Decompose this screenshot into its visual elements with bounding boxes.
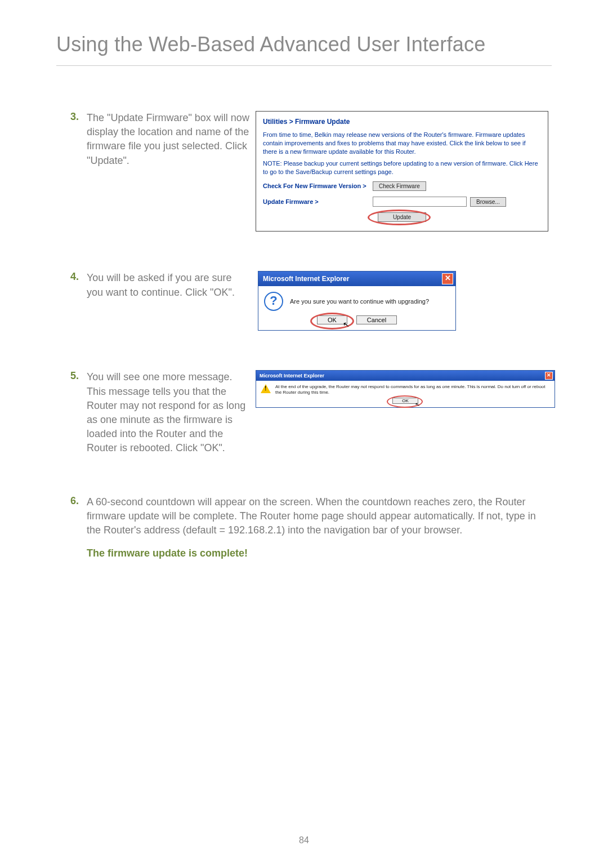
firmware-path-input[interactable] [373, 197, 467, 207]
update-firmware-row: Update Firmware > Browse... [263, 197, 541, 207]
step-figure: Microsoft Internet Explorer ✕ At the end… [256, 370, 555, 407]
dialog-message: At the end of the upgrade, the Router ma… [275, 384, 550, 395]
document-page: Using the Web-Based Advanced User Interf… [0, 0, 608, 868]
step-text: A 60-second countdown will appear on the… [87, 495, 552, 538]
step-figure: Microsoft Internet Explorer ✕ ? Are you … [256, 271, 552, 331]
step-5: 5. You will see one more message. This m… [56, 370, 552, 455]
cancel-button[interactable]: Cancel [356, 315, 397, 324]
close-icon[interactable]: ✕ [545, 372, 553, 380]
firmware-update-panel: Utilities > Firmware Update From time to… [256, 111, 548, 232]
panel-title: Utilities > Firmware Update [263, 117, 541, 126]
title-rule [56, 65, 552, 66]
question-icon: ? [264, 292, 283, 311]
browse-button[interactable]: Browse... [470, 197, 506, 207]
step-number: 4. [56, 271, 87, 283]
step-text: You will see one more message. This mess… [87, 370, 256, 455]
step-text: You will be asked if you are sure you wa… [87, 271, 256, 299]
dialog-title: Microsoft Internet Explorer [260, 373, 324, 379]
completion-message: The firmware update is complete! [87, 547, 552, 559]
panel-note-text: NOTE: Please backup your current setting… [263, 159, 541, 176]
confirm-dialog: Microsoft Internet Explorer ✕ ? Are you … [258, 271, 456, 331]
panel-intro-text: From time to time, Belkin may release ne… [263, 131, 541, 156]
step-text: The "Update Firmware" box will now displ… [87, 111, 256, 168]
dialog-title: Microsoft Internet Explorer [263, 275, 349, 283]
update-firmware-label: Update Firmware > [263, 198, 373, 206]
step-4: 4. You will be asked if you are sure you… [56, 271, 552, 331]
update-button[interactable]: Update [378, 212, 426, 222]
step-figure: Utilities > Firmware Update From time to… [256, 111, 552, 232]
dialog-buttons: OK ↖ [256, 397, 555, 407]
page-number: 84 [0, 835, 608, 845]
close-icon[interactable]: ✕ [442, 273, 453, 284]
cursor-icon: ↖ [414, 400, 420, 407]
cursor-icon: ↖ [342, 319, 351, 330]
dialog-body: ? Are you sure you want to continue with… [258, 286, 455, 314]
dialog-titlebar: Microsoft Internet Explorer ✕ [256, 371, 555, 381]
warning-dialog: Microsoft Internet Explorer ✕ At the end… [256, 370, 555, 407]
dialog-titlebar: Microsoft Internet Explorer ✕ [258, 271, 455, 286]
dialog-body: At the end of the upgrade, the Router ma… [256, 381, 555, 396]
step-3: 3. The "Update Firmware" box will now di… [56, 111, 552, 232]
check-firmware-label: Check For New Firmware Version > [263, 182, 373, 190]
check-firmware-row: Check For New Firmware Version > Check F… [263, 181, 541, 191]
warning-icon [261, 384, 271, 393]
step-number: 6. [56, 495, 87, 507]
check-firmware-button[interactable]: Check Firmware [373, 181, 426, 191]
step-number: 5. [56, 370, 87, 382]
page-title: Using the Web-Based Advanced User Interf… [56, 33, 552, 56]
dialog-message: Are you sure you want to continue with u… [290, 298, 429, 305]
step-number: 3. [56, 111, 87, 123]
dialog-buttons: OK ↖ Cancel [258, 314, 455, 330]
step-6: 6. A 60-second countdown will appear on … [56, 495, 552, 538]
